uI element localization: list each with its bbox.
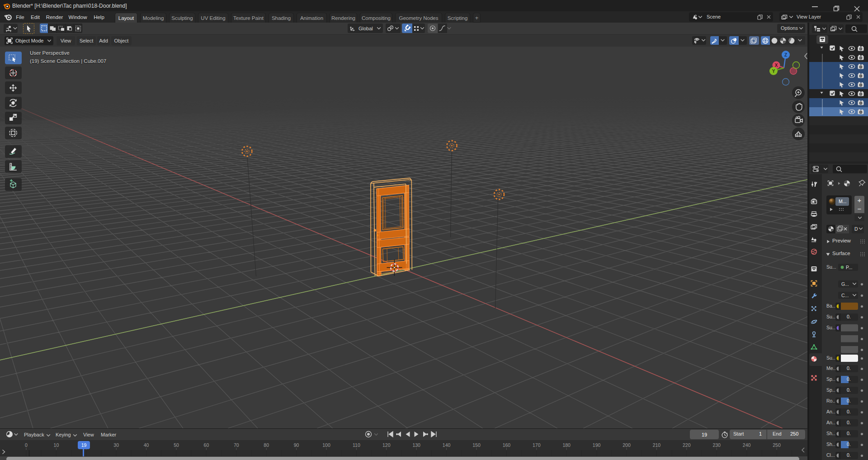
svg-text:190: 190: [593, 442, 601, 448]
svg-text:0: 0: [25, 442, 28, 448]
svg-text:10: 10: [54, 442, 59, 448]
svg-text:40: 40: [144, 442, 149, 448]
svg-text:110: 110: [353, 442, 360, 448]
svg-text:90: 90: [294, 442, 299, 448]
svg-text:200: 200: [623, 442, 631, 448]
svg-text:80: 80: [264, 442, 269, 448]
svg-text:140: 140: [443, 442, 451, 448]
svg-text:170: 170: [533, 442, 541, 448]
svg-text:220: 220: [683, 442, 691, 448]
svg-text:60: 60: [204, 442, 209, 448]
svg-text:210: 210: [653, 442, 661, 448]
svg-text:180: 180: [562, 442, 571, 448]
svg-text:130: 130: [412, 442, 420, 448]
svg-text:100: 100: [322, 442, 330, 448]
svg-text:30: 30: [113, 442, 119, 448]
svg-text:70: 70: [234, 442, 239, 448]
svg-text:120: 120: [382, 442, 391, 448]
svg-text:230: 230: [712, 442, 721, 448]
svg-text:50: 50: [174, 442, 179, 448]
svg-text:150: 150: [472, 442, 481, 448]
svg-text:240: 240: [743, 442, 751, 448]
svg-text:250: 250: [773, 442, 781, 448]
svg-text:160: 160: [503, 442, 511, 448]
